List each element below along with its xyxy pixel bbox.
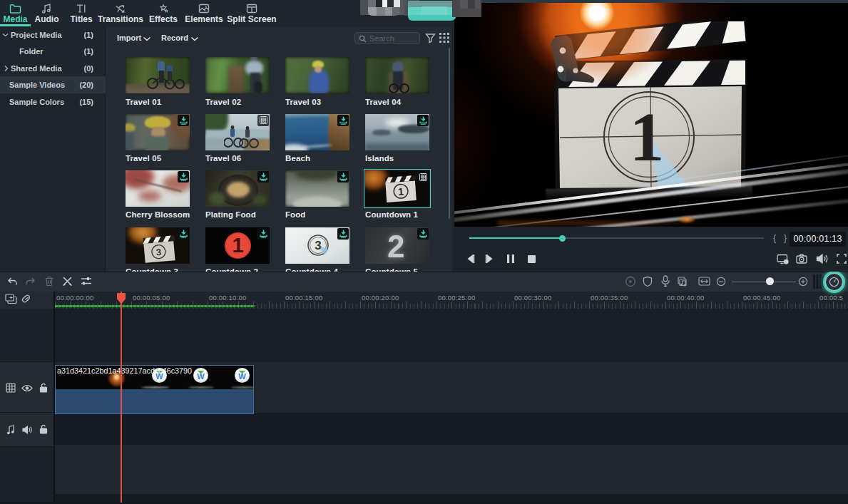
svg-text:3: 3 <box>155 246 162 257</box>
svg-text:1: 1 <box>398 185 404 197</box>
svg-text:3: 3 <box>315 239 321 252</box>
svg-text:1: 1 <box>630 99 665 175</box>
